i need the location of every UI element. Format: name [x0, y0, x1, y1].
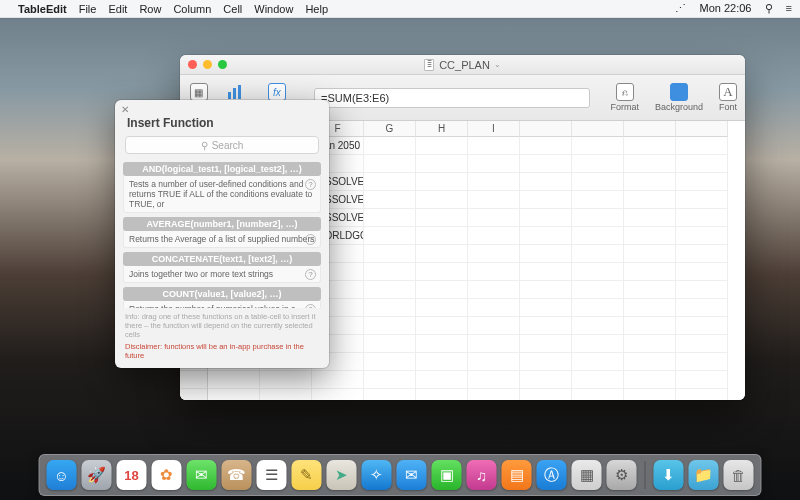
search-input[interactable]: ⚲ Search [125, 136, 319, 154]
cell[interactable] [520, 191, 572, 209]
cell[interactable] [624, 371, 676, 389]
dock-folder[interactable]: 📁 [689, 460, 719, 490]
dock-preview[interactable]: ▦ [572, 460, 602, 490]
cell[interactable] [624, 137, 676, 155]
cell[interactable] [416, 191, 468, 209]
cell[interactable] [624, 281, 676, 299]
cell[interactable] [624, 335, 676, 353]
dock-finder[interactable]: ☺ [47, 460, 77, 490]
cell[interactable] [416, 227, 468, 245]
cell[interactable] [572, 245, 624, 263]
cell[interactable] [364, 281, 416, 299]
cell[interactable] [520, 353, 572, 371]
help-icon[interactable]: ? [305, 304, 316, 308]
cell[interactable] [572, 299, 624, 317]
cell[interactable] [312, 389, 364, 400]
cell[interactable] [520, 173, 572, 191]
function-item[interactable]: AVERAGE(number1, [number2], …)Returns th… [123, 217, 321, 248]
cell[interactable] [624, 263, 676, 281]
cell[interactable] [468, 209, 520, 227]
cell[interactable] [572, 155, 624, 173]
spotlight-icon[interactable]: ⚲ [765, 2, 773, 14]
title-dropdown-icon[interactable]: ⌄ [494, 60, 501, 69]
cell[interactable] [624, 389, 676, 400]
cell[interactable] [468, 245, 520, 263]
function-item[interactable]: COUNT(value1, [value2], …)Returns the nu… [123, 287, 321, 308]
cell[interactable] [468, 173, 520, 191]
dock-messages[interactable]: ✉ [187, 460, 217, 490]
cell[interactable] [676, 389, 728, 400]
cell[interactable] [468, 263, 520, 281]
help-icon[interactable]: ? [305, 269, 316, 280]
dock-calendar[interactable]: 18 [117, 460, 147, 490]
dock-mail[interactable]: ✉ [397, 460, 427, 490]
cell[interactable] [208, 371, 260, 389]
cell[interactable] [676, 281, 728, 299]
cell[interactable] [364, 353, 416, 371]
cell[interactable] [572, 371, 624, 389]
cell[interactable] [572, 227, 624, 245]
cell[interactable] [364, 335, 416, 353]
cell[interactable] [572, 209, 624, 227]
cell[interactable] [364, 299, 416, 317]
cell[interactable] [312, 371, 364, 389]
cell[interactable] [676, 191, 728, 209]
app-menu[interactable]: TableEdit [18, 3, 67, 15]
cell[interactable] [416, 299, 468, 317]
cell[interactable] [624, 191, 676, 209]
close-button[interactable] [188, 60, 197, 69]
cell[interactable] [364, 191, 416, 209]
dock-ibooks[interactable]: ▤ [502, 460, 532, 490]
zoom-button[interactable] [218, 60, 227, 69]
column-header[interactable]: G [364, 121, 416, 137]
column-header[interactable]: H [416, 121, 468, 137]
cell[interactable] [364, 137, 416, 155]
cell[interactable] [520, 263, 572, 281]
dock-facetime[interactable]: ▣ [432, 460, 462, 490]
cell[interactable] [676, 371, 728, 389]
cell[interactable] [260, 389, 312, 400]
cell[interactable] [572, 281, 624, 299]
cell[interactable] [624, 353, 676, 371]
cell[interactable] [416, 263, 468, 281]
background-button[interactable]: Background [655, 83, 703, 112]
titlebar[interactable]: ≣ CC_PLAN ⌄ [180, 55, 745, 75]
menu-cell[interactable]: Cell [223, 3, 242, 15]
cell[interactable] [520, 335, 572, 353]
cell[interactable] [676, 137, 728, 155]
cell[interactable] [416, 173, 468, 191]
notifications-icon[interactable]: ≡ [786, 2, 792, 14]
cell[interactable] [676, 173, 728, 191]
cell[interactable] [520, 281, 572, 299]
cell[interactable] [416, 245, 468, 263]
cell[interactable] [468, 299, 520, 317]
cell[interactable] [416, 155, 468, 173]
cell[interactable] [624, 155, 676, 173]
dock-reminders[interactable]: ☰ [257, 460, 287, 490]
font-button[interactable]: A Font [719, 83, 737, 112]
cell[interactable] [520, 371, 572, 389]
row-header[interactable] [180, 389, 208, 400]
dock-maps[interactable]: ➤ [327, 460, 357, 490]
close-icon[interactable]: ✕ [121, 104, 129, 115]
help-icon[interactable]: ? [305, 179, 316, 190]
cell[interactable] [676, 335, 728, 353]
cell[interactable] [676, 299, 728, 317]
row-header[interactable] [180, 371, 208, 389]
cell[interactable] [364, 263, 416, 281]
menu-column[interactable]: Column [173, 3, 211, 15]
minimize-button[interactable] [203, 60, 212, 69]
cell[interactable] [208, 389, 260, 400]
cell[interactable] [416, 389, 468, 400]
dock-contacts[interactable]: ☎ [222, 460, 252, 490]
cell[interactable] [572, 317, 624, 335]
cell[interactable] [416, 353, 468, 371]
cell[interactable] [260, 371, 312, 389]
cell[interactable] [520, 389, 572, 400]
cell[interactable] [676, 155, 728, 173]
cell[interactable] [676, 245, 728, 263]
menu-window[interactable]: Window [254, 3, 293, 15]
cell[interactable] [572, 389, 624, 400]
menu-edit[interactable]: Edit [108, 3, 127, 15]
cell[interactable] [676, 263, 728, 281]
